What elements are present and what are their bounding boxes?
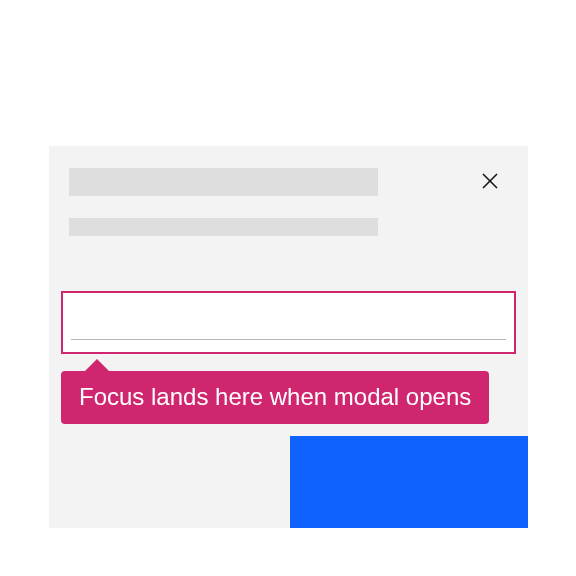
input-underline [71,339,506,340]
modal-title-skeleton [69,168,378,196]
tooltip-text: Focus lands here when modal opens [79,383,471,410]
modal-dialog: Focus lands here when modal opens [49,146,528,528]
modal-primary-button[interactable] [290,436,528,528]
close-button[interactable] [478,170,502,194]
modal-subtitle-skeleton [69,218,378,236]
close-icon [482,173,498,192]
modal-focus-input[interactable] [61,291,516,354]
focus-tooltip: Focus lands here when modal opens [61,371,489,424]
